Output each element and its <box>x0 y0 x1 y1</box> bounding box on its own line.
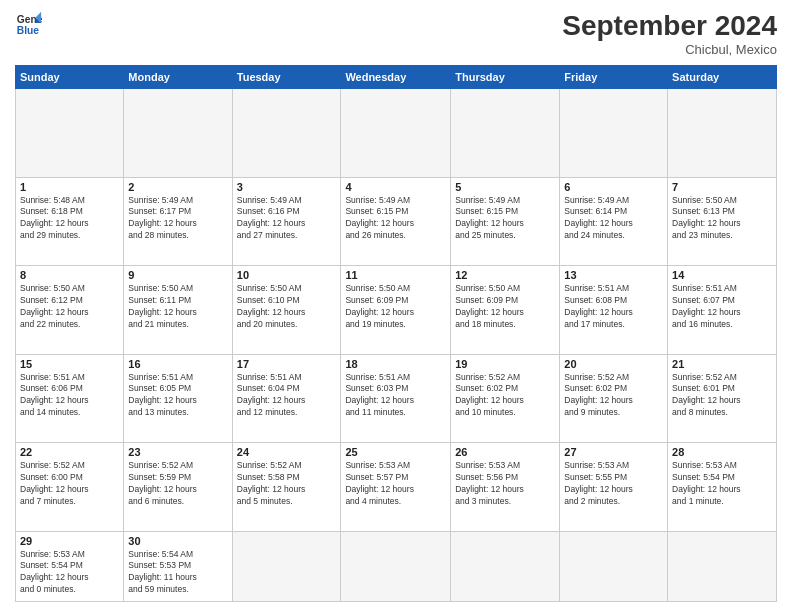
calendar-cell: 5Sunrise: 5:49 AM Sunset: 6:15 PM Daylig… <box>451 177 560 266</box>
calendar-cell: 28Sunrise: 5:53 AM Sunset: 5:54 PM Dayli… <box>668 443 777 532</box>
calendar-cell: 3Sunrise: 5:49 AM Sunset: 6:16 PM Daylig… <box>232 177 341 266</box>
day-info: Sunrise: 5:49 AM Sunset: 6:16 PM Dayligh… <box>237 195 337 243</box>
day-info: Sunrise: 5:49 AM Sunset: 6:17 PM Dayligh… <box>128 195 227 243</box>
calendar-cell: 6Sunrise: 5:49 AM Sunset: 6:14 PM Daylig… <box>560 177 668 266</box>
day-info: Sunrise: 5:53 AM Sunset: 5:55 PM Dayligh… <box>564 460 663 508</box>
day-info: Sunrise: 5:52 AM Sunset: 5:58 PM Dayligh… <box>237 460 337 508</box>
calendar-cell: 21Sunrise: 5:52 AM Sunset: 6:01 PM Dayli… <box>668 354 777 443</box>
month-title: September 2024 <box>562 10 777 42</box>
day-info: Sunrise: 5:51 AM Sunset: 6:06 PM Dayligh… <box>20 372 119 420</box>
calendar-cell: 17Sunrise: 5:51 AM Sunset: 6:04 PM Dayli… <box>232 354 341 443</box>
day-info: Sunrise: 5:49 AM Sunset: 6:15 PM Dayligh… <box>455 195 555 243</box>
day-info: Sunrise: 5:51 AM Sunset: 6:07 PM Dayligh… <box>672 283 772 331</box>
header-sunday: Sunday <box>16 66 124 89</box>
calendar-cell: 16Sunrise: 5:51 AM Sunset: 6:05 PM Dayli… <box>124 354 232 443</box>
logo-icon: General Blue <box>15 10 43 38</box>
day-info: Sunrise: 5:50 AM Sunset: 6:09 PM Dayligh… <box>455 283 555 331</box>
calendar-cell: 30Sunrise: 5:54 AM Sunset: 5:53 PM Dayli… <box>124 531 232 601</box>
calendar-cell: 8Sunrise: 5:50 AM Sunset: 6:12 PM Daylig… <box>16 266 124 355</box>
day-number: 2 <box>128 181 227 193</box>
calendar-cell: 1Sunrise: 5:48 AM Sunset: 6:18 PM Daylig… <box>16 177 124 266</box>
day-number: 25 <box>345 446 446 458</box>
day-info: Sunrise: 5:53 AM Sunset: 5:56 PM Dayligh… <box>455 460 555 508</box>
calendar-cell <box>560 531 668 601</box>
page: General Blue September 2024 Chicbul, Mex… <box>0 0 792 612</box>
header-friday: Friday <box>560 66 668 89</box>
day-info: Sunrise: 5:52 AM Sunset: 5:59 PM Dayligh… <box>128 460 227 508</box>
calendar-cell: 19Sunrise: 5:52 AM Sunset: 6:02 PM Dayli… <box>451 354 560 443</box>
calendar-cell <box>341 531 451 601</box>
day-number: 16 <box>128 358 227 370</box>
calendar-cell <box>124 89 232 178</box>
calendar-cell: 22Sunrise: 5:52 AM Sunset: 6:00 PM Dayli… <box>16 443 124 532</box>
calendar-cell <box>341 89 451 178</box>
header-tuesday: Tuesday <box>232 66 341 89</box>
day-number: 7 <box>672 181 772 193</box>
day-info: Sunrise: 5:52 AM Sunset: 6:02 PM Dayligh… <box>564 372 663 420</box>
day-number: 21 <box>672 358 772 370</box>
calendar-cell: 20Sunrise: 5:52 AM Sunset: 6:02 PM Dayli… <box>560 354 668 443</box>
header-saturday: Saturday <box>668 66 777 89</box>
logo: General Blue <box>15 10 43 38</box>
calendar-cell: 23Sunrise: 5:52 AM Sunset: 5:59 PM Dayli… <box>124 443 232 532</box>
calendar-cell: 27Sunrise: 5:53 AM Sunset: 5:55 PM Dayli… <box>560 443 668 532</box>
calendar-cell <box>451 531 560 601</box>
calendar-cell: 7Sunrise: 5:50 AM Sunset: 6:13 PM Daylig… <box>668 177 777 266</box>
day-number: 27 <box>564 446 663 458</box>
header-monday: Monday <box>124 66 232 89</box>
day-number: 6 <box>564 181 663 193</box>
calendar-cell: 2Sunrise: 5:49 AM Sunset: 6:17 PM Daylig… <box>124 177 232 266</box>
day-number: 14 <box>672 269 772 281</box>
calendar-cell: 18Sunrise: 5:51 AM Sunset: 6:03 PM Dayli… <box>341 354 451 443</box>
calendar-cell: 25Sunrise: 5:53 AM Sunset: 5:57 PM Dayli… <box>341 443 451 532</box>
calendar-cell: 29Sunrise: 5:53 AM Sunset: 5:54 PM Dayli… <box>16 531 124 601</box>
day-number: 3 <box>237 181 337 193</box>
day-info: Sunrise: 5:53 AM Sunset: 5:54 PM Dayligh… <box>672 460 772 508</box>
calendar-cell: 13Sunrise: 5:51 AM Sunset: 6:08 PM Dayli… <box>560 266 668 355</box>
calendar-cell: 14Sunrise: 5:51 AM Sunset: 6:07 PM Dayli… <box>668 266 777 355</box>
day-number: 26 <box>455 446 555 458</box>
day-info: Sunrise: 5:52 AM Sunset: 6:00 PM Dayligh… <box>20 460 119 508</box>
day-number: 17 <box>237 358 337 370</box>
day-info: Sunrise: 5:49 AM Sunset: 6:14 PM Dayligh… <box>564 195 663 243</box>
day-number: 23 <box>128 446 227 458</box>
header-thursday: Thursday <box>451 66 560 89</box>
day-number: 20 <box>564 358 663 370</box>
day-info: Sunrise: 5:51 AM Sunset: 6:05 PM Dayligh… <box>128 372 227 420</box>
day-info: Sunrise: 5:53 AM Sunset: 5:54 PM Dayligh… <box>20 549 119 597</box>
day-number: 4 <box>345 181 446 193</box>
day-info: Sunrise: 5:49 AM Sunset: 6:15 PM Dayligh… <box>345 195 446 243</box>
day-info: Sunrise: 5:51 AM Sunset: 6:04 PM Dayligh… <box>237 372 337 420</box>
header-wednesday: Wednesday <box>341 66 451 89</box>
calendar-cell <box>16 89 124 178</box>
day-number: 22 <box>20 446 119 458</box>
calendar-cell <box>451 89 560 178</box>
calendar-cell <box>668 89 777 178</box>
calendar-cell <box>560 89 668 178</box>
location: Chicbul, Mexico <box>562 42 777 57</box>
day-info: Sunrise: 5:48 AM Sunset: 6:18 PM Dayligh… <box>20 195 119 243</box>
calendar-cell: 26Sunrise: 5:53 AM Sunset: 5:56 PM Dayli… <box>451 443 560 532</box>
day-info: Sunrise: 5:50 AM Sunset: 6:11 PM Dayligh… <box>128 283 227 331</box>
day-info: Sunrise: 5:53 AM Sunset: 5:57 PM Dayligh… <box>345 460 446 508</box>
calendar-cell <box>668 531 777 601</box>
day-info: Sunrise: 5:50 AM Sunset: 6:09 PM Dayligh… <box>345 283 446 331</box>
day-number: 1 <box>20 181 119 193</box>
day-number: 12 <box>455 269 555 281</box>
calendar-cell <box>232 89 341 178</box>
calendar-cell: 4Sunrise: 5:49 AM Sunset: 6:15 PM Daylig… <box>341 177 451 266</box>
day-number: 5 <box>455 181 555 193</box>
title-block: September 2024 Chicbul, Mexico <box>562 10 777 57</box>
day-number: 8 <box>20 269 119 281</box>
day-info: Sunrise: 5:54 AM Sunset: 5:53 PM Dayligh… <box>128 549 227 597</box>
day-number: 19 <box>455 358 555 370</box>
calendar-cell <box>232 531 341 601</box>
day-info: Sunrise: 5:50 AM Sunset: 6:10 PM Dayligh… <box>237 283 337 331</box>
calendar-cell: 12Sunrise: 5:50 AM Sunset: 6:09 PM Dayli… <box>451 266 560 355</box>
day-number: 18 <box>345 358 446 370</box>
calendar-cell: 10Sunrise: 5:50 AM Sunset: 6:10 PM Dayli… <box>232 266 341 355</box>
header: General Blue September 2024 Chicbul, Mex… <box>15 10 777 57</box>
day-number: 10 <box>237 269 337 281</box>
day-info: Sunrise: 5:52 AM Sunset: 6:02 PM Dayligh… <box>455 372 555 420</box>
day-number: 11 <box>345 269 446 281</box>
